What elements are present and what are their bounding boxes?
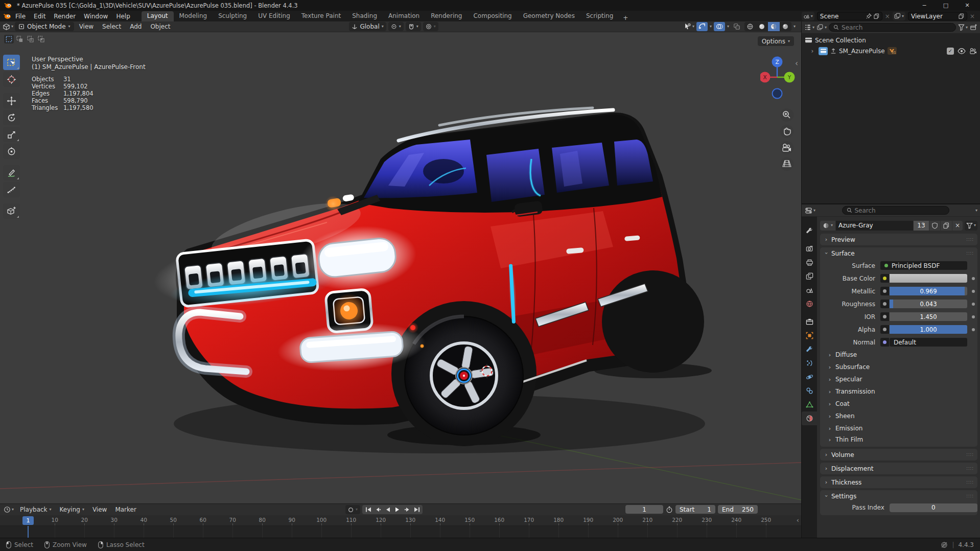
disable-render-camera-icon[interactable] bbox=[969, 48, 977, 54]
xray-toggle[interactable] bbox=[731, 22, 742, 31]
zoom-view-button[interactable] bbox=[780, 108, 794, 122]
menu-help[interactable]: Help bbox=[112, 11, 134, 21]
proportional-editing-toggle[interactable]: ▾ bbox=[423, 22, 438, 31]
navigation-gizmo[interactable]: Z X Y bbox=[760, 49, 796, 171]
transform-orientation-dropdown[interactable]: Global ▾ bbox=[349, 22, 386, 31]
auto-keying-toggle[interactable]: ▾ bbox=[345, 505, 360, 514]
scene-browse-button[interactable]: ▾ bbox=[802, 12, 814, 20]
new-scene-icon[interactable] bbox=[874, 13, 879, 19]
unlink-material-button[interactable]: × bbox=[952, 221, 963, 231]
tool-select-box[interactable] bbox=[3, 55, 20, 70]
keyframe-dot[interactable] bbox=[972, 290, 975, 293]
menu-edit[interactable]: Edit bbox=[30, 11, 50, 21]
gizmo-negative-z[interactable] bbox=[773, 89, 782, 99]
tab-scene[interactable] bbox=[802, 283, 817, 297]
tab-physics[interactable] bbox=[802, 370, 817, 384]
tab-compositing[interactable]: Compositing bbox=[468, 11, 517, 21]
pass-index-field[interactable]: 0 bbox=[890, 503, 977, 512]
current-frame-badge[interactable]: 1 bbox=[22, 516, 34, 525]
shading-wireframe-button[interactable] bbox=[744, 22, 756, 31]
gizmo-z[interactable]: Z bbox=[775, 59, 779, 65]
ortho-grid-button[interactable] bbox=[780, 157, 794, 171]
tab-geometry-nodes[interactable]: Geometry Nodes bbox=[518, 11, 580, 21]
tab-object[interactable] bbox=[802, 329, 817, 342]
tab-output[interactable] bbox=[802, 256, 817, 269]
select-mode-extend[interactable] bbox=[15, 35, 25, 43]
options-dropdown[interactable]: Options▾ bbox=[758, 36, 794, 46]
tab-scripting[interactable]: Scripting bbox=[580, 11, 619, 21]
select-mode-intersect[interactable] bbox=[36, 35, 46, 43]
exclude-checkbox[interactable]: ✓ bbox=[947, 48, 954, 55]
outliner-display-mode-button[interactable]: ▾ bbox=[816, 24, 827, 31]
start-frame-field[interactable]: Start 1 bbox=[675, 505, 715, 514]
normal-input-button[interactable]: Default bbox=[890, 338, 967, 347]
prev-keyframe-button[interactable] bbox=[373, 506, 383, 514]
editor-type-button[interactable]: ▾ bbox=[3, 23, 13, 31]
show-gizmo-toggle[interactable] bbox=[696, 22, 708, 31]
subpanel-thin-film[interactable]: ›Thin Film bbox=[820, 434, 977, 447]
select-mode-set[interactable] bbox=[4, 35, 14, 43]
tab-uv-editing[interactable]: UV Editing bbox=[252, 11, 296, 21]
new-viewlayer-icon[interactable] bbox=[959, 13, 964, 19]
shader-node-button[interactable]: Principled BSDF bbox=[880, 261, 967, 270]
subpanel-sheen[interactable]: ›Sheen bbox=[820, 410, 977, 422]
timeline-collapse-arrow[interactable]: ‹ bbox=[797, 516, 799, 524]
metallic-slider[interactable]: 0.969 bbox=[890, 287, 967, 295]
menu-view[interactable]: View bbox=[76, 23, 97, 30]
properties-options-chevron[interactable]: ▾ bbox=[975, 209, 977, 213]
subpanel-coat[interactable]: ›Coat bbox=[820, 398, 977, 410]
playhead-line[interactable] bbox=[28, 526, 29, 538]
axis-gizmo[interactable]: Z X Y bbox=[760, 57, 795, 99]
tool-scale[interactable] bbox=[3, 127, 20, 142]
tool-add-cube[interactable] bbox=[3, 203, 20, 219]
mode-dropdown[interactable]: Object Mode ▾ bbox=[15, 22, 74, 31]
tab-object-data[interactable] bbox=[802, 398, 817, 411]
menu-marker[interactable]: Marker bbox=[111, 506, 139, 513]
shading-rendered-button[interactable] bbox=[780, 22, 791, 31]
socket-decorator[interactable] bbox=[880, 312, 889, 321]
alpha-slider[interactable]: 1.000 bbox=[890, 325, 967, 334]
new-collection-button[interactable] bbox=[970, 24, 977, 31]
show-overlays-toggle[interactable] bbox=[714, 22, 725, 31]
tab-modifiers[interactable] bbox=[802, 342, 817, 356]
browse-material-button[interactable]: ▾ bbox=[820, 221, 835, 231]
menu-add[interactable]: Add bbox=[126, 23, 145, 30]
socket-decorator[interactable] bbox=[880, 338, 889, 347]
panel-surface-header[interactable]: ›Surface:::: bbox=[820, 247, 977, 259]
keyframe-dot[interactable] bbox=[972, 277, 975, 280]
tab-rendering[interactable]: Rendering bbox=[425, 11, 468, 21]
tab-texture-paint[interactable]: Texture Paint bbox=[296, 11, 346, 21]
camera-view-button[interactable] bbox=[780, 141, 794, 154]
fake-user-button[interactable] bbox=[929, 221, 940, 231]
minimize-button[interactable]: ─ bbox=[916, 1, 933, 10]
tool-transform[interactable] bbox=[3, 144, 20, 159]
tab-particles[interactable] bbox=[802, 356, 817, 370]
outliner-row-scene-collection[interactable]: Scene Collection bbox=[802, 35, 980, 45]
tab-modeling[interactable]: Modeling bbox=[174, 11, 213, 21]
tool-annotate[interactable] bbox=[3, 165, 20, 180]
panel-preview[interactable]: ›Preview:::: bbox=[820, 234, 977, 245]
material-specials-button[interactable]: ▾ bbox=[965, 221, 977, 231]
maximize-button[interactable]: □ bbox=[937, 1, 954, 10]
base-color-swatch[interactable] bbox=[890, 274, 967, 283]
viewlayer-browse-button[interactable]: ▾ bbox=[893, 12, 905, 20]
stopwatch-icon[interactable] bbox=[666, 506, 673, 513]
scene-name-field[interactable]: Scene bbox=[817, 12, 882, 20]
selectability-visibility-dropdown[interactable]: ▾ bbox=[684, 23, 694, 30]
subpanel-diffuse[interactable]: ›Diffuse bbox=[820, 349, 977, 361]
tab-collection[interactable] bbox=[802, 315, 817, 329]
outliner-editor-type-button[interactable]: ▾ bbox=[804, 24, 814, 31]
tab-sculpting[interactable]: Sculpting bbox=[213, 11, 252, 21]
keyframe-dot[interactable] bbox=[972, 328, 975, 331]
car-model[interactable] bbox=[151, 108, 712, 453]
3d-viewport[interactable]: Options▾ ‹ User Perspective (1) SM_Azure… bbox=[0, 32, 801, 503]
remove-viewlayer-button[interactable]: × bbox=[970, 13, 975, 20]
end-frame-field[interactable]: End 250 bbox=[718, 505, 758, 514]
socket-decorator[interactable] bbox=[880, 274, 889, 283]
ior-slider[interactable]: 1.450 bbox=[890, 312, 967, 321]
play-reverse-button[interactable] bbox=[383, 506, 392, 514]
tool-rotate[interactable] bbox=[3, 110, 20, 125]
menu-keying[interactable]: Keying▾ bbox=[56, 506, 88, 513]
tab-layout[interactable]: Layout bbox=[142, 11, 174, 21]
roughness-slider[interactable]: 0.043 bbox=[890, 300, 967, 308]
